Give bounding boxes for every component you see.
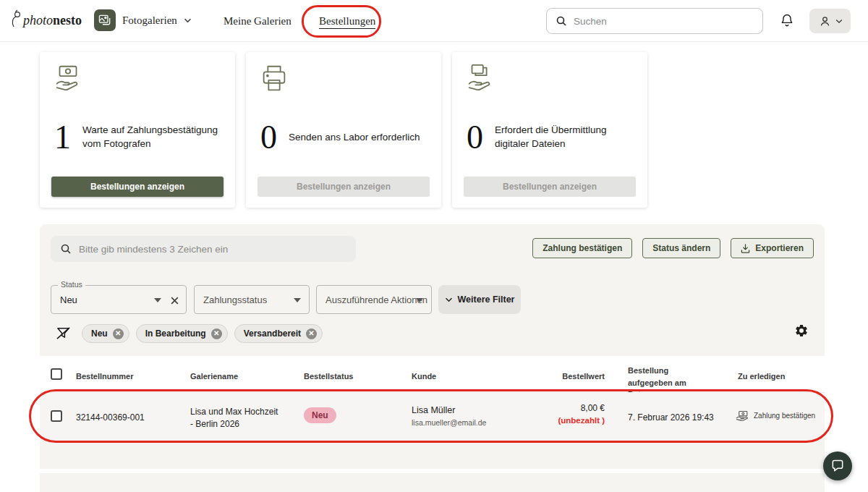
stat-card-payment-confirmation: 1 Warte auf Zahlungsbestätigung vom Foto…: [40, 52, 235, 208]
nav-fotogalerien-dropdown[interactable]: Fotogalerien: [94, 9, 192, 31]
orders-panel: Zahlung bestätigen Status ändern Exporti…: [40, 224, 825, 469]
clear-status-filter-button[interactable]: [170, 295, 179, 308]
top-navigation: photonesto Fotogalerien Meine Galerien B…: [0, 0, 868, 42]
orders-table: Bestellnummer Galeriename Bestellstatus …: [40, 356, 825, 438]
order-number-cell: 32144-00369-001: [76, 412, 145, 423]
stat-label: Warte auf Zahlungsbestätigung vom Fotogr…: [82, 124, 226, 151]
hand-banknote-icon: [736, 410, 749, 421]
nav-meine-galerien[interactable]: Meine Galerien: [224, 15, 292, 27]
nav-bestellungen[interactable]: Bestellungen: [319, 15, 375, 29]
col-header-customer: Kunde: [412, 370, 436, 383]
orders-search-input[interactable]: [79, 244, 339, 255]
payment-status-text: (unbezahlt ): [503, 416, 605, 425]
status-filter-label: Status: [58, 280, 85, 289]
customer-name: Lisa Müller: [412, 405, 455, 415]
logo-text: photonesto: [23, 13, 82, 28]
global-search: [546, 8, 763, 34]
payment-status-filter-select[interactable]: Zahlungsstatus: [194, 285, 310, 314]
export-button[interactable]: Exportieren: [731, 238, 814, 258]
chip-label: In Bearbeitung: [145, 328, 206, 339]
search-icon: [556, 15, 567, 27]
col-header-order-value: Bestellwert: [503, 370, 605, 383]
filter-chip: Versandbereit ✕: [234, 324, 323, 343]
account-menu-button[interactable]: [809, 9, 851, 33]
order-value-cell: 8,00 € (unbezahlt ): [503, 403, 605, 425]
notifications-button[interactable]: [780, 12, 794, 31]
filter-chip: In Bearbeitung ✕: [136, 324, 228, 343]
status-filter-value: Neu: [51, 294, 77, 305]
chip-label: Neu: [91, 328, 108, 339]
search-icon: [60, 243, 72, 255]
confirm-payment-button[interactable]: Zahlung bestätigen: [532, 238, 632, 258]
chevron-down-icon: [294, 298, 301, 302]
col-header-order-status: Bestellstatus: [304, 370, 353, 383]
change-status-button[interactable]: Status ändern: [642, 238, 720, 258]
clear-all-filters-button[interactable]: [56, 326, 71, 343]
customer-email: lisa.mueller@email.de: [412, 418, 486, 427]
orders-search: [51, 236, 356, 262]
placed-at-cell: 7. Februar 2026 19:43: [628, 412, 714, 423]
row-action-label: Zahlung bestätigen: [754, 412, 815, 420]
orders-page: photonesto Fotogalerien Meine Galerien B…: [0, 0, 868, 492]
hand-photos-icon: [464, 62, 497, 98]
nav-fotogalerien-label: Fotogalerien: [122, 14, 177, 27]
payment-status-filter-label: Zahlungsstatus: [195, 294, 267, 305]
user-icon: [818, 14, 832, 28]
show-orders-button-disabled: Bestellungen anzeigen: [258, 177, 430, 197]
global-search-input[interactable]: [574, 16, 740, 27]
active-filter-chips: Neu ✕ In Bearbeitung ✕ Versandbereit ✕: [82, 324, 323, 343]
row-checkbox[interactable]: [51, 410, 62, 422]
row-confirm-payment-action[interactable]: Zahlung bestätigen: [736, 410, 815, 421]
filter-clear-icon: [56, 326, 71, 340]
gallery-name-cell: Lisa und Max Hochzeit - Berlin 2026: [190, 406, 281, 430]
col-header-gallery-name: Galeriename: [190, 370, 238, 383]
customer-cell: Lisa Müller lisa.mueller@email.de: [412, 405, 486, 427]
filter-chip: Neu ✕: [82, 324, 129, 343]
stat-label: Erfordert die Übermittlung digitaler Dat…: [495, 124, 639, 151]
stat-count: 0: [467, 121, 483, 154]
bulk-actions: Zahlung bestätigen Status ändern Exporti…: [532, 238, 814, 258]
show-orders-button[interactable]: Bestellungen anzeigen: [51, 177, 224, 197]
export-label: Exportieren: [755, 243, 804, 253]
more-filters-button[interactable]: Weitere Filter: [438, 285, 521, 314]
remove-chip-icon[interactable]: ✕: [113, 328, 124, 339]
stat-card-digital-files: 0 Erfordert die Übermittlung digitaler D…: [452, 52, 647, 208]
order-row[interactable]: 32144-00369-001 Lisa und Max Hochzeit - …: [40, 392, 825, 438]
stat-count: 1: [54, 121, 71, 154]
pagination-area: [40, 473, 825, 492]
chevron-down-icon: [445, 297, 453, 302]
stat-label: Senden ans Labor erforderlich: [289, 131, 420, 145]
logo-doodle-icon: [10, 9, 22, 28]
printer-icon: [258, 62, 291, 98]
close-icon: [170, 296, 179, 305]
chevron-down-icon: [154, 298, 161, 302]
show-orders-button-disabled: Bestellungen anzeigen: [464, 177, 636, 197]
chat-icon: [830, 459, 845, 473]
status-badge: Neu: [304, 407, 336, 423]
more-filters-label: Weitere Filter: [458, 294, 515, 305]
actions-filter-label: Auszuführende Aktionen: [317, 294, 427, 305]
remove-chip-icon[interactable]: ✕: [306, 328, 317, 339]
export-icon: [741, 244, 750, 253]
col-header-order-number: Bestellnummer: [76, 370, 133, 383]
select-all-checkbox[interactable]: [51, 368, 62, 380]
order-value: 8,00 €: [581, 403, 605, 413]
status-filter-select[interactable]: Status Neu: [51, 285, 187, 314]
actions-filter-select[interactable]: Auszuführende Aktionen: [316, 285, 432, 314]
remove-chip-icon[interactable]: ✕: [211, 328, 222, 339]
table-settings-button[interactable]: [794, 323, 809, 341]
chat-widget-button[interactable]: [823, 451, 852, 480]
chevron-down-icon: [416, 298, 423, 302]
gallery-icon: [94, 9, 116, 31]
gear-icon: [794, 323, 809, 338]
stat-card-send-to-lab: 0 Senden ans Labor erforderlich Bestellu…: [246, 52, 441, 208]
col-header-todo: Zu erledigen: [738, 370, 785, 383]
chevron-down-icon: [184, 18, 192, 23]
app-logo[interactable]: photonesto: [10, 9, 82, 28]
bell-icon: [780, 12, 794, 28]
hand-banknote-icon: [51, 62, 85, 98]
chip-label: Versandbereit: [244, 328, 301, 339]
stat-count: 0: [260, 121, 277, 154]
chevron-down-icon: [835, 19, 843, 24]
